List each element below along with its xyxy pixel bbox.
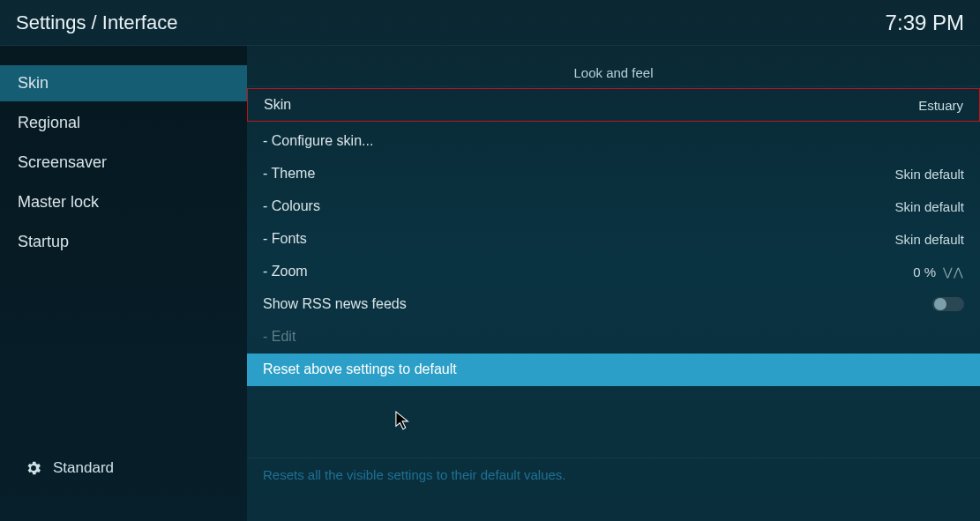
description-text: Resets all the visible settings to their… xyxy=(247,458,980,491)
row-colours[interactable]: - Colours Skin default xyxy=(247,190,980,223)
row-fonts-label: - Fonts xyxy=(263,231,307,247)
section-header: Look and feel xyxy=(247,62,980,86)
cursor-icon xyxy=(395,411,411,430)
sidebar-item-startup[interactable]: Startup xyxy=(0,224,247,260)
row-edit: - Edit xyxy=(247,321,980,354)
row-colours-value: Skin default xyxy=(895,199,964,214)
row-theme-label: - Theme xyxy=(263,166,315,182)
row-reset-defaults[interactable]: Reset above settings to default xyxy=(247,354,980,386)
row-skin-label: Skin xyxy=(264,97,291,113)
row-skin-value: Estuary xyxy=(918,98,963,113)
row-zoom-value: 0 % xyxy=(913,264,936,279)
gear-icon xyxy=(25,459,42,477)
sidebar-item-skin[interactable]: Skin xyxy=(0,65,247,101)
sidebar-item-masterlock[interactable]: Master lock xyxy=(0,184,247,220)
row-rss[interactable]: Show RSS news feeds xyxy=(247,288,980,321)
header-bar: Settings / Interface 7:39 PM xyxy=(0,0,980,46)
main-area: Skin Regional Screensaver Master lock St… xyxy=(0,46,980,521)
chevrons-icon[interactable]: ⋁⋀ xyxy=(943,265,964,279)
settings-level-label: Standard xyxy=(53,459,114,477)
sidebar: Skin Regional Screensaver Master lock St… xyxy=(0,46,247,521)
clock: 7:39 PM xyxy=(886,11,964,35)
settings-level-button[interactable]: Standard xyxy=(0,459,247,477)
row-configure-skin[interactable]: - Configure skin... xyxy=(247,125,980,158)
page-title: Settings / Interface xyxy=(16,11,177,34)
row-fonts-value: Skin default xyxy=(895,232,964,247)
sidebar-item-regional[interactable]: Regional xyxy=(0,105,247,141)
toggle-off-icon[interactable] xyxy=(932,297,964,311)
row-edit-label: - Edit xyxy=(263,329,295,345)
row-configure-label: - Configure skin... xyxy=(263,133,373,149)
row-theme-value: Skin default xyxy=(895,167,964,182)
row-skin[interactable]: Skin Estuary xyxy=(247,88,980,122)
row-theme[interactable]: - Theme Skin default xyxy=(247,158,980,190)
row-colours-label: - Colours xyxy=(263,198,320,214)
row-zoom[interactable]: - Zoom 0 % ⋁⋀ xyxy=(247,256,980,288)
sidebar-item-screensaver[interactable]: Screensaver xyxy=(0,145,247,181)
row-reset-label: Reset above settings to default xyxy=(263,361,457,377)
content-panel: Look and feel Skin Estuary - Configure s… xyxy=(247,46,980,521)
row-rss-label: Show RSS news feeds xyxy=(263,296,407,312)
row-zoom-label: - Zoom xyxy=(263,264,308,279)
row-fonts[interactable]: - Fonts Skin default xyxy=(247,223,980,256)
